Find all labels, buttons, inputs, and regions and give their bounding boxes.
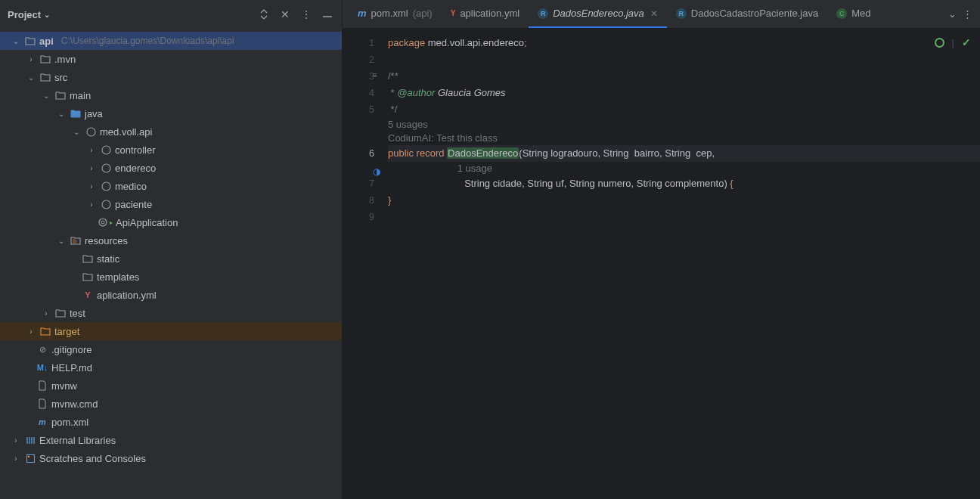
tree-label: src (54, 72, 67, 83)
scratches-icon (24, 452, 36, 464)
chevron-right-icon: › (86, 200, 97, 209)
codium-gutter-icon[interactable]: ◑ (373, 166, 380, 177)
chevron-down-icon: ⌄ (56, 110, 67, 118)
tree-label: controller (115, 144, 155, 156)
chevron-right-icon: › (86, 146, 97, 154)
tab-aplication-yml[interactable]: Y aplication.yml (442, 0, 529, 28)
tree-item-src[interactable]: ⌄ src (0, 68, 342, 86)
fold-indicator-icon[interactable]: ≡ (373, 71, 377, 79)
chevron-down-icon: ⌄ (11, 37, 21, 45)
brace-close: } (388, 194, 391, 206)
project-title[interactable]: Project ⌄ (8, 9, 50, 20)
chevron-right-icon: › (41, 309, 51, 318)
chevron-right-icon: › (11, 436, 21, 445)
line-number: 7 (343, 175, 388, 192)
editor-tabs: m pom.xml (api) Y aplication.yml R Dados… (343, 0, 980, 29)
gear-icon (97, 216, 109, 228)
tree-label: endereco (115, 163, 156, 174)
tree-item-paciente[interactable]: › paciente (0, 195, 342, 213)
package-icon (100, 144, 112, 156)
tree-item-package[interactable]: ⌄ med.voll.api (0, 122, 342, 141)
tree-item-gitignore[interactable]: ⊘ .gitignore (0, 340, 342, 358)
tree-root-label: api (39, 36, 54, 47)
usages-inlay[interactable]: 5 usages (388, 119, 428, 130)
tree-item-static[interactable]: static (0, 250, 342, 268)
maven-icon: m (358, 8, 367, 19)
tree-label: static (97, 253, 119, 265)
tabs-more-icon[interactable]: ⋮ (963, 8, 972, 20)
tab-label: DadosCadastroPaciente.java (691, 8, 818, 19)
tree-item-controller[interactable]: › controller (0, 141, 342, 159)
maven-icon: m (36, 416, 48, 428)
svg-rect-7 (26, 454, 34, 462)
line-number: 5 (343, 101, 388, 118)
tree-item-helpmd[interactable]: M↓ HELP.md (0, 358, 342, 377)
chevron-down-icon: ⌄ (26, 73, 36, 82)
code-area[interactable]: package med.voll.api.endereco; /** * @au… (388, 29, 980, 499)
sidebar-header: Project ⌄ ✕ ⋮ (0, 0, 342, 29)
folder-icon (39, 71, 51, 83)
tabs-chevron-icon[interactable]: ⌄ (948, 8, 957, 20)
tree-item-endereco[interactable]: › endereco (0, 159, 342, 177)
close-icon[interactable]: ✕ (278, 8, 292, 21)
class-icon: C (836, 8, 847, 19)
tree-item-medico[interactable]: › medico (0, 177, 342, 195)
tab-dados-cadastro-paciente[interactable]: R DadosCadastroPaciente.java (667, 0, 827, 28)
tree-item-java[interactable]: ⌄ java (0, 104, 342, 122)
chevron-down-icon: ⌄ (71, 128, 82, 136)
tree-label: External Libraries (39, 435, 116, 446)
chevron-down-icon: ⌄ (56, 237, 67, 245)
chevron-down-icon: ⌄ (41, 91, 51, 100)
editor-panel: m pom.xml (api) Y aplication.yml R Dados… (343, 0, 980, 499)
tree-item-main[interactable]: ⌄ main (0, 86, 342, 104)
codium-inlay[interactable]: CodiumAI: Test this class (388, 132, 498, 144)
folder-icon (82, 253, 94, 265)
tab-pom-xml[interactable]: m pom.xml (api) (343, 0, 442, 28)
tab-dados-endereco[interactable]: R DadosEndereco.java ✕ (529, 0, 667, 28)
select-opened-file-icon[interactable] (257, 8, 271, 21)
tab-label: pom.xml (371, 8, 408, 19)
sidebar-actions: ✕ ⋮ (257, 8, 334, 21)
folder-source-icon (70, 107, 82, 119)
tree-label: .mvn (54, 54, 76, 65)
close-tab-icon[interactable]: ✕ (650, 8, 658, 19)
tree-item-pomxml[interactable]: m pom.xml (0, 413, 342, 431)
tree-label: java (85, 108, 103, 119)
tree-item-mvn[interactable]: › .mvn (0, 50, 342, 68)
tree-item-mvnw[interactable]: mvnw (0, 377, 342, 395)
tab-med-truncated[interactable]: C Med (827, 0, 879, 28)
tree-item-scratches[interactable]: › Scratches and Consoles (0, 449, 342, 467)
brace-open: { (730, 178, 733, 189)
svg-point-1 (102, 146, 110, 154)
svg-point-4 (102, 200, 110, 209)
tree-item-target[interactable]: › target (0, 322, 342, 340)
tree-label: target (54, 326, 79, 337)
tree-root-api[interactable]: ⌄ api C:\Users\glaucia.gomes\Downloads\a… (0, 32, 342, 50)
editor-body[interactable]: | ✓ 1 2 3 4 5 6 7 8 9 ≡ ◑ package med.vo… (343, 29, 980, 499)
class-name: DadosEndereco (447, 147, 519, 159)
tab-label: DadosEndereco.java (553, 8, 644, 19)
more-icon[interactable]: ⋮ (299, 8, 313, 21)
tree-item-apiapplication[interactable]: ▸ ApiApplication (0, 213, 342, 231)
folder-icon (24, 35, 36, 47)
svg-point-2 (102, 164, 110, 172)
gitignore-icon: ⊘ (36, 343, 48, 355)
tree-item-aplication-yml[interactable]: Y aplication.yml (0, 286, 342, 304)
kw-package: package (388, 37, 425, 48)
tree-item-external-libraries[interactable]: › External Libraries (0, 431, 342, 449)
tree-item-templates[interactable]: templates (0, 268, 342, 286)
chevron-right-icon: › (26, 327, 36, 336)
line-number: 6 (343, 145, 388, 162)
tree-root-path: C:\Users\glaucia.gomes\Downloads\api\api (61, 36, 234, 46)
line-number: 2 (343, 51, 388, 68)
folder-icon (54, 89, 67, 101)
tree-item-resources[interactable]: ⌄ resources (0, 231, 342, 250)
minimize-icon[interactable] (321, 8, 334, 21)
tree-item-mvnwcmd[interactable]: mvnw.cmd (0, 395, 342, 413)
usage-inlay[interactable]: 1 usage (457, 163, 492, 174)
tree-item-test[interactable]: › test (0, 304, 342, 322)
line-number: 4 (343, 85, 388, 101)
chevron-right-icon: › (11, 454, 21, 463)
project-tree[interactable]: ⌄ api C:\Users\glaucia.gomes\Downloads\a… (0, 29, 342, 499)
kw-record: record (417, 147, 445, 159)
